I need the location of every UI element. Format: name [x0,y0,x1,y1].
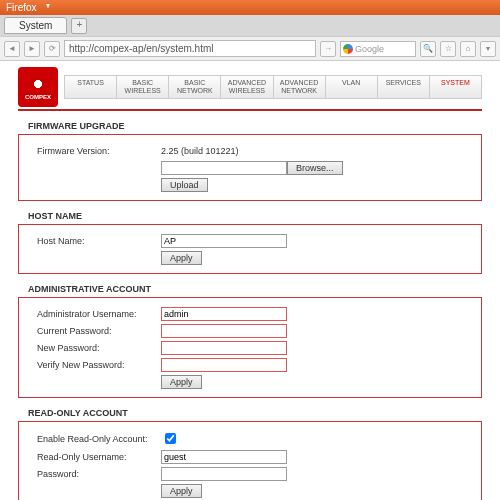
page-content: COMPEX STATUSBASICWIRELESSBASICNETWORKAD… [0,61,500,500]
nav-item-0[interactable]: STATUS [65,76,117,98]
go-button[interactable]: → [320,41,336,57]
bookmark-icon[interactable]: ☆ [440,41,456,57]
compex-logo: COMPEX [18,67,58,107]
back-button[interactable]: ◄ [4,41,20,57]
search-box[interactable]: Google [340,41,416,57]
ro-enable-label: Enable Read-Only Account: [37,434,161,444]
admin-newpass-input[interactable] [161,341,287,355]
section-host-title: HOST NAME [28,211,482,221]
page-header: COMPEX STATUSBASICWIRELESSBASICNETWORKAD… [18,67,482,111]
firmware-version: 2.25 (build 101221) [161,146,239,156]
dropdown-icon[interactable]: ▼ [45,2,52,13]
menu-icon[interactable]: ▾ [480,41,496,57]
section-firmware-title: FIRMWARE UPGRADE [28,121,482,131]
forward-button[interactable]: ► [24,41,40,57]
ro-enable-checkbox[interactable] [165,433,176,444]
nav-item-5[interactable]: VLAN [326,76,378,98]
nav-item-1[interactable]: BASICWIRELESS [117,76,169,98]
ro-pass-input[interactable] [161,467,287,481]
nav-item-4[interactable]: ADVANCEDNETWORK [274,76,326,98]
reload-button[interactable]: ⟳ [44,41,60,57]
url-input[interactable]: http://compex-ap/en/system.html [64,40,316,57]
nav-item-3[interactable]: ADVANCEDWIRELESS [221,76,273,98]
admin-verpass-input[interactable] [161,358,287,372]
nav-item-2[interactable]: BASICNETWORK [169,76,221,98]
ro-user-label: Read-Only Username: [37,452,161,462]
admin-verpass-label: Verify New Password: [37,360,161,370]
google-icon [343,44,353,54]
home-icon[interactable]: ⌂ [460,41,476,57]
section-ro: Enable Read-Only Account: Read-Only User… [18,421,482,500]
section-ro-title: READ-ONLY ACCOUNT [28,408,482,418]
ro-apply-button[interactable]: Apply [161,484,202,498]
host-name-input[interactable] [161,234,287,248]
ro-pass-label: Password: [37,469,161,479]
new-tab-button[interactable]: + [71,18,87,34]
address-bar: ◄ ► ⟳ http://compex-ap/en/system.html → … [0,36,500,61]
admin-curpass-input[interactable] [161,324,287,338]
admin-newpass-label: New Password: [37,343,161,353]
nav-item-7[interactable]: SYSTEM [430,76,481,98]
firmware-browse-button[interactable]: Browse... [287,161,343,175]
app-title: Firefox [6,2,37,13]
section-admin: Administrator Username: Current Password… [18,297,482,398]
admin-user-label: Administrator Username: [37,309,161,319]
admin-curpass-label: Current Password: [37,326,161,336]
window-titlebar: Firefox ▼ [0,0,500,15]
search-icon[interactable]: 🔍 [420,41,436,57]
firmware-upload-button[interactable]: Upload [161,178,208,192]
nav-item-6[interactable]: SERVICES [378,76,430,98]
host-name-label: Host Name: [37,236,161,246]
main-nav: STATUSBASICWIRELESSBASICNETWORKADVANCEDW… [64,75,482,99]
host-apply-button[interactable]: Apply [161,251,202,265]
section-firmware: Firmware Version:2.25 (build 101221) Bro… [18,134,482,201]
admin-user-input[interactable] [161,307,287,321]
firmware-file-input[interactable] [161,161,287,175]
admin-apply-button[interactable]: Apply [161,375,202,389]
tab-bar: System + [0,15,500,36]
firmware-version-label: Firmware Version: [37,146,161,156]
browser-window: Firefox ▼ System + ◄ ► ⟳ http://compex-a… [0,0,500,500]
section-host: Host Name: Apply [18,224,482,274]
ro-user-input[interactable] [161,450,287,464]
section-admin-title: ADMINISTRATIVE ACCOUNT [28,284,482,294]
tab-system[interactable]: System [4,17,67,34]
